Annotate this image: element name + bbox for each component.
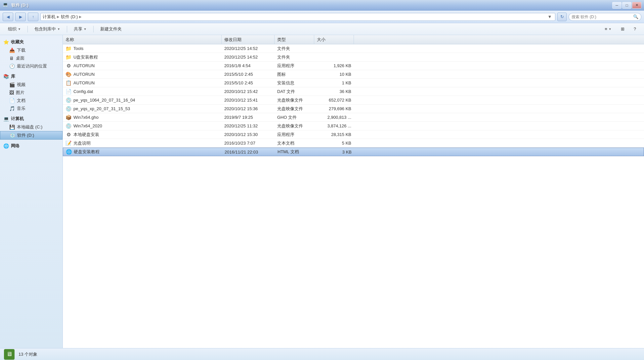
- toolbar-right: ≡ ▼ ⊞ ?: [601, 24, 640, 34]
- organize-button[interactable]: 组织 ▼: [4, 24, 25, 34]
- sidebar-item-local-d[interactable]: 💿 软件 (D:): [0, 131, 63, 140]
- local-d-label: 软件 (D:): [17, 132, 34, 138]
- search-icon: 🔍: [633, 14, 638, 19]
- file-type-icon: 📄: [65, 89, 71, 95]
- file-name-cell: 📦 Win7x64.gho: [63, 113, 222, 121]
- titlebar-title: 软件 (D:): [11, 2, 28, 8]
- help-button[interactable]: ?: [630, 24, 640, 34]
- close-button[interactable]: ✕: [632, 2, 641, 9]
- breadcrumb-dropdown[interactable]: ▼: [546, 14, 553, 20]
- table-row[interactable]: ⚙ 本地硬盘安装 2020/10/12 15:30 应用程序 28,315 KB: [63, 130, 644, 139]
- titlebar-left: 💻 软件 (D:): [3, 2, 28, 9]
- table-row[interactable]: 🎨 AUTORUN 2015/5/10 2:45 图标 10 KB: [63, 70, 644, 79]
- file-type-cell: 图标: [275, 70, 314, 78]
- layout-button[interactable]: ⊞: [617, 24, 628, 34]
- organize-label: 组织: [8, 26, 17, 32]
- titlebar-buttons: ─ □ ✕: [612, 2, 641, 9]
- sidebar-section-favorites: ⭐ 收藏夹 📥 下载 🖥 桌面 🕐 最近访问的位置: [0, 38, 63, 70]
- table-row[interactable]: 📁 Tools 2020/12/25 14:52 文件夹: [63, 44, 644, 53]
- file-type-cell: 应用程序: [275, 130, 314, 139]
- table-row[interactable]: ⚙ AUTORUN 2016/1/8 4:54 应用程序 1,926 KB: [63, 62, 644, 70]
- library-label: 库: [11, 73, 15, 79]
- search-bar[interactable]: 🔍: [569, 13, 641, 21]
- forward-button[interactable]: ▶: [15, 13, 26, 21]
- table-row[interactable]: 💿 pe_yqs_1064_20_07_31_16_04 2020/10/12 …: [63, 96, 644, 105]
- table-row[interactable]: 💿 pe_yqs_xp_20_07_31_15_53 2020/10/12 15…: [63, 105, 644, 113]
- column-header-modified[interactable]: 修改日期: [222, 35, 275, 44]
- music-icon: 🎵: [9, 106, 15, 111]
- file-date-cell: 2015/5/10 2:45: [222, 70, 275, 78]
- file-name-cell: ⚙ 本地硬盘安装: [63, 130, 222, 139]
- sidebar-header-favorites[interactable]: ⭐ 收藏夹: [0, 38, 63, 46]
- sidebar-item-music[interactable]: 🎵 音乐: [0, 105, 63, 112]
- view-button[interactable]: ≡ ▼: [601, 24, 616, 34]
- sidebar-item-documents[interactable]: 📄 文档: [0, 97, 63, 105]
- status-count: 13 个对象: [19, 351, 37, 357]
- include-library-button[interactable]: 包含到库中 ▼: [30, 24, 64, 34]
- desktop-icon: 🖥: [9, 56, 14, 61]
- file-name-text: 本地硬盘安装: [73, 132, 99, 138]
- file-type-cell: 光盘映像文件: [275, 96, 314, 104]
- table-row[interactable]: 📁 U盘安装教程 2020/12/25 14:52 文件夹: [63, 53, 644, 62]
- status-logo: 🖥: [4, 349, 15, 360]
- file-name-cell: 📁 U盘安装教程: [63, 53, 222, 61]
- sidebar-item-images[interactable]: 🖼 图片: [0, 89, 63, 97]
- sidebar-section-network: 🌐 网络: [0, 142, 63, 150]
- include-dropdown-arrow: ▼: [57, 27, 60, 31]
- file-date-cell: 2019/9/7 19:25: [222, 113, 275, 121]
- table-row[interactable]: 📦 Win7x64.gho 2019/9/7 19:25 GHO 文件 2,90…: [63, 113, 644, 122]
- sidebar-item-recent[interactable]: 🕐 最近访问的位置: [0, 62, 63, 70]
- minimize-button[interactable]: ─: [612, 2, 622, 9]
- sidebar-header-network[interactable]: 🌐 网络: [0, 142, 63, 150]
- table-row[interactable]: 📄 Config.dat 2020/10/12 15:42 DAT 文件 36 …: [63, 87, 644, 96]
- table-row[interactable]: 💿 Win7x64_2020 2020/12/25 11:32 光盘映像文件 3…: [63, 122, 644, 130]
- file-name-text: 硬盘安装教程: [74, 149, 100, 155]
- share-button[interactable]: 共享 ▼: [70, 24, 91, 34]
- table-row[interactable]: 🌐 硬盘安装教程 2016/11/21 22:03 HTML 文档 3 KB: [63, 148, 644, 156]
- sidebar-item-downloads[interactable]: 📥 下载: [0, 46, 63, 54]
- new-folder-button[interactable]: 新建文件夹: [96, 24, 126, 34]
- file-type-icon: 🎨: [65, 71, 71, 77]
- back-button[interactable]: ◀: [3, 13, 13, 21]
- search-input[interactable]: [572, 15, 632, 19]
- file-size-cell: 5 KB: [314, 139, 354, 147]
- network-icon: 🌐: [3, 143, 9, 149]
- sidebar-item-videos[interactable]: 🎬 视频: [0, 81, 63, 89]
- file-name-cell: 🎨 AUTORUN: [63, 70, 222, 78]
- breadcrumb-computer[interactable]: 计算机: [43, 14, 56, 20]
- table-row[interactable]: 📝 光盘说明 2016/10/23 7:07 文本文档 5 KB: [63, 139, 644, 148]
- recent-label: 最近访问的位置: [17, 63, 47, 69]
- file-type-cell: 文件夹: [275, 53, 314, 61]
- table-row[interactable]: 📋 AUTORUN 2015/5/10 2:45 安装信息 1 KB: [63, 79, 644, 87]
- column-headers: 名称 修改日期 类型 大小: [63, 35, 644, 44]
- breadcrumb-drive[interactable]: 软件 (D:): [61, 14, 78, 20]
- view-dropdown-arrow: ▼: [609, 27, 612, 31]
- view-icon: ≡: [605, 26, 607, 31]
- file-name-cell: 🌐 硬盘安装教程: [63, 148, 222, 156]
- sidebar-header-computer[interactable]: 💻 计算机: [0, 114, 63, 123]
- file-size-cell: 279,696 KB: [314, 105, 354, 113]
- up-button[interactable]: ↑: [28, 13, 38, 21]
- sidebar-item-desktop[interactable]: 🖥 桌面: [0, 54, 63, 62]
- column-header-type[interactable]: 类型: [275, 35, 314, 44]
- recent-icon: 🕐: [9, 64, 15, 69]
- file-type-icon: 📦: [65, 114, 71, 120]
- maximize-button[interactable]: □: [622, 2, 631, 9]
- videos-label: 视频: [17, 82, 25, 88]
- file-type-icon: 🌐: [66, 149, 72, 155]
- refresh-button[interactable]: ↻: [557, 13, 567, 21]
- file-date-cell: 2020/10/12 15:36: [222, 105, 275, 113]
- file-size-cell: 1,926 KB: [314, 62, 354, 70]
- titlebar-app-icon: 💻: [3, 2, 9, 9]
- column-header-name[interactable]: 名称: [63, 35, 222, 44]
- layout-icon: ⊞: [621, 26, 624, 31]
- sidebar-item-local-c[interactable]: 💾 本地磁盘 (C:): [0, 123, 63, 131]
- file-name-cell: 📋 AUTORUN: [63, 79, 222, 87]
- file-name-text: Win7x64.gho: [73, 115, 99, 120]
- column-header-size[interactable]: 大小: [314, 35, 354, 44]
- addressbar: ◀ ▶ ↑ 计算机 ▶ 软件 (D:) ▶ ▼ ↻ 🔍: [0, 11, 644, 23]
- sidebar-header-library[interactable]: 📚 库: [0, 72, 63, 81]
- file-size-cell: 3 KB: [315, 148, 354, 156]
- downloads-icon: 📥: [9, 48, 15, 53]
- breadcrumb-bar[interactable]: 计算机 ▶ 软件 (D:) ▶ ▼: [40, 13, 555, 21]
